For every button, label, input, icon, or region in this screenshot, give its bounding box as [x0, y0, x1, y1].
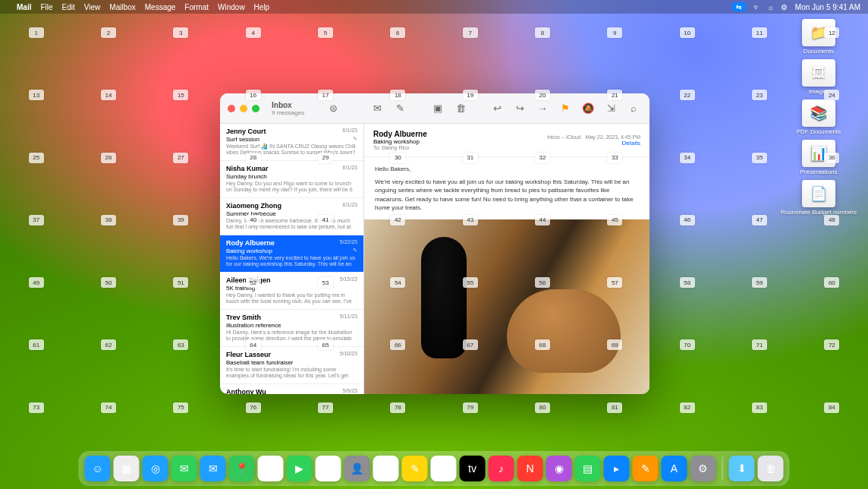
screen-mirroring-icon[interactable]: ⇆ [732, 2, 746, 11]
message-row[interactable]: Anthony Wu5/9/23 Invite edits Hey Danny,… [220, 384, 363, 394]
dock-trash[interactable]: 🗑 [758, 456, 784, 481]
dock-photos[interactable]: ✿ [258, 456, 284, 481]
reader-subject: Baking workshop [373, 138, 427, 145]
msg-subject: 5K training [226, 285, 357, 292]
dock-keynote[interactable]: ▸ [604, 456, 630, 481]
message-row[interactable]: Trev Smith5/11/23 Illustration reference… [220, 310, 363, 347]
message-row[interactable]: Xiaomeng Zhong6/1/23 Summer barbecue Dan… [220, 198, 363, 235]
dock-music[interactable]: ♪ [489, 456, 514, 481]
flag-icon[interactable]: ⚑ [557, 100, 574, 117]
msg-subject: Baking workshop✎ [226, 248, 357, 254]
desktop-item[interactable]: 📄Roommate Budget.numbers [777, 180, 860, 216]
menu-edit[interactable]: Edit [62, 3, 75, 11]
msg-from: Aileen Zeigen [226, 276, 271, 284]
desktop-item-label: PDF Documents [797, 128, 841, 135]
folder-icon: 📁 [802, 19, 835, 46]
downloads-icon: ⬇ [737, 462, 747, 475]
body-text: We're very excited to have you all join … [375, 178, 639, 212]
msg-subject: Illustration reference [226, 322, 357, 329]
photos-icon: ✿ [266, 462, 275, 475]
minimize-button[interactable] [240, 105, 247, 112]
dock-numbers[interactable]: ▤ [575, 456, 601, 481]
forward-icon[interactable]: → [534, 100, 551, 117]
dock-settings[interactable]: ⚙ [690, 456, 716, 481]
calendar-icon: 5 [326, 462, 332, 475]
dock-tv[interactable]: tv [460, 456, 486, 481]
dock-appstore[interactable]: A [662, 456, 687, 481]
news-icon: N [526, 462, 533, 475]
spotlight-icon[interactable]: ⌕ [769, 3, 773, 11]
menu-view[interactable]: View [84, 3, 101, 11]
dock-contacts[interactable]: 👤 [344, 456, 370, 481]
reply-all-icon[interactable]: ↪ [511, 100, 528, 117]
dock-reminders[interactable]: ☑ [373, 456, 399, 481]
contacts-icon: 👤 [351, 462, 363, 475]
desktop-item-label: Roommate Budget.numbers [781, 209, 857, 216]
menu-format[interactable]: Format [184, 3, 209, 11]
message-row[interactable]: Jenny Court6/1/23 Surf session✎ Weekend … [220, 124, 363, 161]
body-greeting: Hello Bakers, [375, 165, 639, 173]
dock-finder[interactable]: ☺ [85, 456, 111, 481]
message-list[interactable]: Jenny Court6/1/23 Surf session✎ Weekend … [220, 124, 364, 394]
dock-mail[interactable]: ✉ [200, 456, 226, 481]
msg-date: 6/1/23 [343, 128, 357, 135]
msg-from: Fleur Lasseur [226, 351, 271, 358]
safari-icon: ◎ [151, 462, 160, 475]
message-row[interactable]: Fleur Lasseur5/10/23 Baseball team fundr… [220, 347, 363, 384]
dock-messages[interactable]: ✉ [171, 456, 197, 481]
msg-subject: Baseball team fundraiser [226, 359, 357, 366]
message-row[interactable]: Aileen Zeigen5/15/23 5K training Hey Dan… [220, 273, 363, 310]
messages-icon: ✉ [180, 462, 189, 475]
desktop-item[interactable]: 📁Documents [777, 19, 860, 55]
dock-notes[interactable]: ✎ [402, 456, 428, 481]
desktop-item[interactable]: 🖼Images [777, 59, 860, 95]
mute-icon[interactable]: 🔕 [580, 100, 596, 117]
menu-file[interactable]: File [40, 3, 52, 11]
message-row[interactable]: Rody Albuerne5/22/23 Baking workshop✎ He… [220, 235, 363, 273]
notes-icon: ✎ [410, 462, 420, 475]
menu-help[interactable]: Help [254, 3, 270, 11]
menu-message[interactable]: Message [145, 3, 176, 11]
dock-safari[interactable]: ◎ [143, 456, 168, 481]
dock-podcasts[interactable]: ◉ [546, 456, 572, 481]
menu-window[interactable]: Window [218, 3, 245, 11]
details-link[interactable]: Details [547, 140, 640, 147]
filter-icon[interactable]: ⊜ [326, 100, 342, 117]
search-icon[interactable]: ⌕ [625, 100, 642, 117]
control-center-icon[interactable]: ⚙ [781, 3, 788, 11]
folder-icon: 🖼 [802, 59, 835, 87]
mail-window: Inbox 9 messages ⊜ ✉ ✎ ▣ 🗑 ↩ ↪ → ⚑ 🔕 ⇲ ⌕… [220, 93, 649, 394]
dock-launchpad[interactable]: ▦ [114, 456, 140, 481]
msg-subject: Sunday brunch [226, 173, 357, 180]
envelope-icon[interactable]: ✉ [370, 100, 386, 117]
folder-icon: 📄 [802, 180, 835, 207]
close-button[interactable] [228, 105, 235, 112]
msg-date: 5/10/23 [340, 351, 357, 358]
inbox-count: 9 messages [272, 109, 304, 116]
menu-mailbox[interactable]: Mailbox [109, 3, 135, 11]
msg-preview: Hey Danny, I wanted to thank you for put… [226, 292, 357, 304]
move-icon[interactable]: ⇲ [602, 100, 619, 117]
trash-icon[interactable]: 🗑 [452, 100, 469, 117]
dock-maps[interactable]: 📍 [229, 456, 255, 481]
reply-icon[interactable]: ↩ [489, 100, 505, 117]
facetime-icon: ▶ [295, 462, 303, 475]
desktop-item[interactable]: 📊Presentations [777, 140, 860, 175]
dock-downloads[interactable]: ⬇ [729, 456, 755, 481]
draft-icon: ✎ [353, 136, 357, 142]
message-row[interactable]: Nisha Kumar6/1/23 Sunday brunch Hey Dann… [220, 161, 363, 198]
compose-icon[interactable]: ✎ [392, 100, 409, 117]
dock-facetime[interactable]: ▶ [287, 456, 313, 481]
menubar-clock[interactable]: Mon Jun 5 9:41 AM [795, 3, 860, 11]
desktop-item[interactable]: 📚PDF Documents [777, 99, 860, 135]
dock-pages[interactable]: ✎ [633, 456, 659, 481]
settings-icon: ⚙ [698, 462, 708, 475]
dock-freeform[interactable]: 〰 [431, 456, 457, 481]
maximize-button[interactable] [252, 105, 259, 112]
archive-icon[interactable]: ▣ [429, 100, 446, 117]
dock-calendar[interactable]: 5 [316, 456, 341, 481]
dock-news[interactable]: N [517, 456, 543, 481]
menubar-app[interactable]: Mail [17, 3, 31, 11]
inbox-title: Inbox [272, 101, 304, 109]
wifi-icon[interactable]: ᯤ [753, 3, 761, 11]
